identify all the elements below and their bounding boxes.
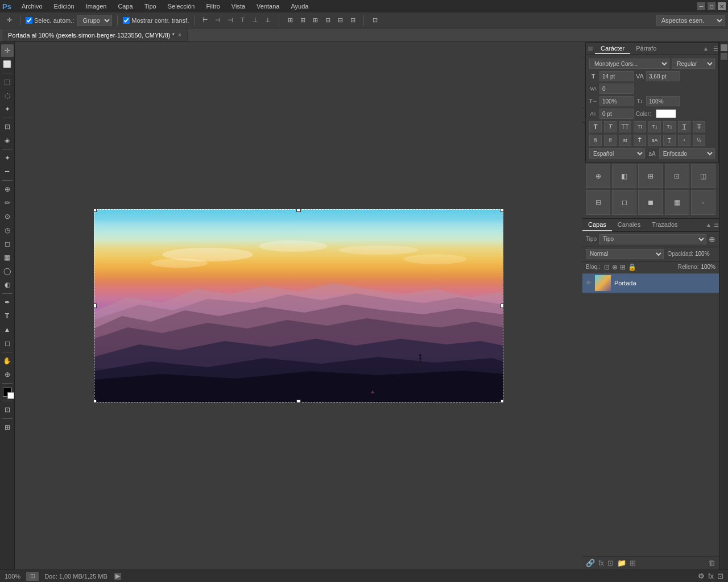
menu-filtro[interactable]: Filtro xyxy=(201,2,224,11)
spot-heal-tool[interactable]: ⊕ xyxy=(1,183,14,196)
type-tool[interactable]: T xyxy=(1,310,14,322)
adj-invert[interactable]: ⊟ xyxy=(586,190,610,214)
char-panel-options[interactable]: ☰ xyxy=(713,45,718,52)
liga-3[interactable]: st xyxy=(619,135,631,146)
lock-pixel-icon[interactable]: ⊡ xyxy=(604,263,610,271)
layers-panel-options[interactable]: ☰ xyxy=(714,222,719,228)
status-fx-icon[interactable]: fx xyxy=(708,572,714,580)
superscript-button[interactable]: T1 xyxy=(648,121,661,132)
character-tab[interactable]: Carácter xyxy=(595,44,630,54)
lock-artboard-icon[interactable]: ⊞ xyxy=(620,263,626,271)
subscript-button[interactable]: T1 xyxy=(663,121,676,132)
layer-item[interactable]: 👁 Portada xyxy=(582,273,719,293)
adj-color-lookup[interactable]: ◫ xyxy=(691,164,715,188)
document-tab[interactable]: Portada al 100% (pexels-simon-berger-132… xyxy=(2,29,188,41)
shape-tool[interactable]: ◻ xyxy=(1,337,14,350)
dist-bottom-button[interactable]: ⊟ xyxy=(347,15,358,26)
adj-selective-color[interactable]: ▫ xyxy=(691,190,715,214)
dodge-tool[interactable]: ◐ xyxy=(1,278,14,291)
panel-mini-btn-2[interactable] xyxy=(721,53,727,60)
history-tool[interactable]: ◷ xyxy=(1,224,14,236)
dist-left-button[interactable]: ⊞ xyxy=(284,15,296,26)
adj-threshold[interactable]: ◼ xyxy=(638,190,663,214)
italic-button[interactable]: T xyxy=(604,121,617,132)
path-select-tool[interactable]: ▲ xyxy=(1,323,14,336)
maximize-button[interactable]: □ xyxy=(708,2,715,10)
adj-posterize[interactable]: ◻ xyxy=(612,190,636,214)
panel-mini-btn-1[interactable] xyxy=(721,44,727,51)
adj-photo-filter[interactable]: ⊞ xyxy=(638,164,663,188)
layer-visibility-icon[interactable]: 👁 xyxy=(586,280,592,286)
ruler-tool[interactable]: ━ xyxy=(1,165,14,178)
language-dropdown[interactable]: Español xyxy=(589,148,645,159)
slice-tool[interactable]: ◈ xyxy=(1,134,14,147)
clone-tool[interactable]: ⊙ xyxy=(1,210,14,223)
font-style-dropdown[interactable]: Regular xyxy=(672,59,715,69)
minimize-button[interactable]: ─ xyxy=(697,2,705,10)
eraser-tool[interactable]: ◻ xyxy=(1,238,14,250)
align-top-button[interactable]: ⊤ xyxy=(237,15,249,26)
layer-name[interactable]: Portada xyxy=(614,280,636,286)
frac-num[interactable]: ¹ xyxy=(678,135,690,146)
filter-toggle[interactable]: ⊕ xyxy=(709,235,715,244)
zoom-tool[interactable]: ⊕ xyxy=(1,368,14,381)
foreground-color[interactable] xyxy=(1,386,14,398)
baseline-input[interactable] xyxy=(599,109,634,119)
workspace-selector[interactable]: Aspectos esen. xyxy=(656,15,725,26)
crop-tool[interactable]: ⊡ xyxy=(1,120,14,133)
blur-tool[interactable]: ◯ xyxy=(1,265,14,277)
lock-position-icon[interactable]: ⊕ xyxy=(612,263,618,271)
anti-alias-dropdown[interactable]: Enfocado xyxy=(659,148,715,159)
tab-close-button[interactable]: × xyxy=(178,32,181,38)
zoom-preview-btn[interactable]: ⊡ xyxy=(26,572,39,581)
status-mask-icon[interactable]: ⊡ xyxy=(717,572,723,580)
align-left-button[interactable]: ⊢ xyxy=(200,15,211,26)
menu-tipo[interactable]: Tipo xyxy=(140,2,161,11)
add-link-icon[interactable]: 🔗 xyxy=(586,559,595,567)
adj-bw[interactable]: ◧ xyxy=(612,164,636,188)
channels-tab[interactable]: Canales xyxy=(612,219,646,231)
lock-all-icon[interactable]: 🔒 xyxy=(628,263,636,271)
liga-2[interactable]: ﬂ xyxy=(604,135,617,146)
all-caps-button[interactable]: TT xyxy=(619,121,631,132)
canvas-area[interactable]: ✛ xyxy=(15,42,582,569)
auto-select-dropdown[interactable]: Grupo xyxy=(77,15,112,26)
adj-color-balance[interactable]: ⊕ xyxy=(586,164,610,188)
align-bottom-button[interactable]: ⊥ xyxy=(262,15,274,26)
marquee-tool[interactable]: ⬚ xyxy=(1,76,14,88)
dist-middle-button[interactable]: ⊟ xyxy=(334,15,346,26)
quick-select-tool[interactable]: ✦ xyxy=(1,103,14,115)
underline-button[interactable]: T xyxy=(678,121,690,132)
pen-tool[interactable]: ✒ xyxy=(1,296,14,309)
eyedropper-tool[interactable]: ✦ xyxy=(1,152,14,164)
close-button[interactable]: ✕ xyxy=(718,2,726,10)
align-center-h-button[interactable]: ⊣ xyxy=(212,15,224,26)
menu-vista[interactable]: Vista xyxy=(227,2,250,11)
align-middle-button[interactable]: ⊥ xyxy=(250,15,261,26)
ordinal-2[interactable]: T̲ xyxy=(663,135,676,146)
scale-v-input[interactable] xyxy=(646,96,680,106)
font-size-input[interactable] xyxy=(599,71,634,81)
gradient-tool[interactable]: ▦ xyxy=(1,251,14,264)
hand-tool[interactable]: ✋ xyxy=(1,355,14,367)
ligature-btn[interactable]: T̃ xyxy=(634,135,646,146)
layers-panel-collapse[interactable]: ▲ xyxy=(706,222,712,228)
more-options-button[interactable]: ⊡ xyxy=(369,15,380,26)
type-filter-dropdown[interactable]: Tipo xyxy=(599,234,706,244)
align-right-button[interactable]: ⊣ xyxy=(225,15,236,26)
show-transform-checkbox[interactable]: Mostrar contr. transf. xyxy=(123,17,189,24)
small-caps-button[interactable]: Tt xyxy=(634,121,646,132)
dist-right-button[interactable]: ⊞ xyxy=(309,15,321,26)
menu-ventana[interactable]: Ventana xyxy=(252,2,284,11)
strikethrough-button[interactable]: T xyxy=(693,121,705,132)
blend-mode-dropdown[interactable]: Normal xyxy=(586,249,664,259)
add-fx-icon[interactable]: fx xyxy=(598,559,604,567)
menu-capa[interactable]: Capa xyxy=(113,2,137,11)
move-tool-icon[interactable]: ✛ xyxy=(3,15,15,26)
bold-button[interactable]: T xyxy=(589,121,602,132)
menu-edicion[interactable]: Edición xyxy=(49,2,79,11)
zoom-level[interactable]: 100% xyxy=(5,573,20,580)
tracking-input[interactable] xyxy=(646,71,680,81)
create-layer-icon[interactable]: ⊞ xyxy=(630,559,636,567)
paths-tab[interactable]: Trazados xyxy=(646,219,683,231)
